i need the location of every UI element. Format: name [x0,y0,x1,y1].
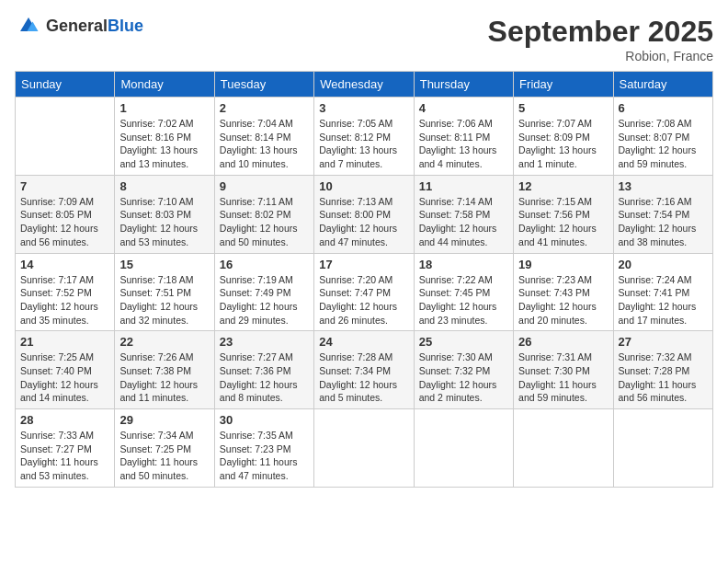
calendar-cell: 3Sunrise: 7:05 AM Sunset: 8:12 PM Daylig… [314,98,414,176]
day-number: 2 [220,101,309,115]
day-number: 12 [518,179,608,193]
month-title: September 2025 [488,15,713,49]
day-number: 16 [220,258,309,271]
day-header-saturday: Saturday [613,72,712,98]
calendar-cell: 8Sunrise: 7:10 AM Sunset: 8:03 PM Daylig… [115,175,214,253]
day-info: Sunrise: 7:20 AM Sunset: 7:47 PM Dayligh… [319,273,408,327]
day-info: Sunrise: 7:26 AM Sunset: 7:38 PM Dayligh… [119,350,209,405]
calendar-cell: 7Sunrise: 7:09 AM Sunset: 8:05 PM Daylig… [16,175,115,253]
calendar-cell: 14Sunrise: 7:17 AM Sunset: 7:52 PM Dayli… [16,253,115,331]
day-header-wednesday: Wednesday [314,72,414,98]
day-info: Sunrise: 7:17 AM Sunset: 7:52 PM Dayligh… [20,273,109,327]
day-number: 27 [619,335,708,349]
day-number: 17 [319,258,408,271]
day-info: Sunrise: 7:35 AM Sunset: 7:23 PM Dayligh… [220,429,309,483]
calendar-cell: 22Sunrise: 7:26 AM Sunset: 7:38 PM Dayli… [115,331,214,409]
calendar-cell: 10Sunrise: 7:13 AM Sunset: 8:00 PM Dayli… [314,175,414,253]
day-number: 13 [619,179,708,193]
calendar-cell: 16Sunrise: 7:19 AM Sunset: 7:49 PM Dayli… [214,253,313,331]
week-row-5: 28Sunrise: 7:33 AM Sunset: 7:27 PM Dayli… [16,409,713,488]
day-number: 22 [119,335,209,349]
day-number: 11 [419,179,508,193]
day-number: 15 [119,258,209,271]
day-number: 29 [119,413,209,427]
day-number: 5 [518,101,608,115]
day-info: Sunrise: 7:32 AM Sunset: 7:28 PM Dayligh… [619,350,708,405]
calendar-cell: 28Sunrise: 7:33 AM Sunset: 7:27 PM Dayli… [16,409,115,488]
calendar-cell: 15Sunrise: 7:18 AM Sunset: 7:51 PM Dayli… [115,253,214,331]
day-info: Sunrise: 7:05 AM Sunset: 8:12 PM Dayligh… [319,117,408,171]
week-row-3: 14Sunrise: 7:17 AM Sunset: 7:52 PM Dayli… [16,253,713,331]
logo-general: General [46,17,108,35]
calendar-cell: 1Sunrise: 7:02 AM Sunset: 8:16 PM Daylig… [115,98,214,176]
day-number: 14 [20,258,109,271]
calendar-cell: 21Sunrise: 7:25 AM Sunset: 7:40 PM Dayli… [16,331,115,409]
day-info: Sunrise: 7:02 AM Sunset: 8:16 PM Dayligh… [119,117,209,171]
day-info: Sunrise: 7:33 AM Sunset: 7:27 PM Dayligh… [20,429,109,483]
calendar-cell: 6Sunrise: 7:08 AM Sunset: 8:07 PM Daylig… [613,98,712,176]
calendar-cell: 26Sunrise: 7:31 AM Sunset: 7:30 PM Dayli… [514,331,613,409]
day-info: Sunrise: 7:08 AM Sunset: 8:07 PM Dayligh… [619,117,708,171]
day-number: 6 [619,101,708,115]
calendar-cell [16,98,115,176]
page-header: GeneralBlue September 2025 Robion, Franc… [15,15,713,63]
day-info: Sunrise: 7:19 AM Sunset: 7:49 PM Dayligh… [220,273,309,327]
calendar-cell: 23Sunrise: 7:27 AM Sunset: 7:36 PM Dayli… [214,331,313,409]
calendar-cell: 9Sunrise: 7:11 AM Sunset: 8:02 PM Daylig… [214,175,313,253]
day-info: Sunrise: 7:22 AM Sunset: 7:45 PM Dayligh… [419,273,508,327]
calendar-cell [414,409,513,488]
day-header-sunday: Sunday [16,72,115,98]
logo-text: GeneralBlue [46,17,143,36]
day-info: Sunrise: 7:10 AM Sunset: 8:03 PM Dayligh… [119,195,209,249]
day-info: Sunrise: 7:31 AM Sunset: 7:30 PM Dayligh… [518,350,608,405]
day-header-thursday: Thursday [414,72,513,98]
day-info: Sunrise: 7:09 AM Sunset: 8:05 PM Dayligh… [20,195,109,249]
week-row-4: 21Sunrise: 7:25 AM Sunset: 7:40 PM Dayli… [16,331,713,409]
day-info: Sunrise: 7:25 AM Sunset: 7:40 PM Dayligh… [20,350,109,405]
day-info: Sunrise: 7:16 AM Sunset: 7:54 PM Dayligh… [619,195,708,249]
calendar-cell: 19Sunrise: 7:23 AM Sunset: 7:43 PM Dayli… [514,253,613,331]
day-info: Sunrise: 7:34 AM Sunset: 7:25 PM Dayligh… [119,429,209,483]
day-number: 7 [20,179,109,193]
title-block: September 2025 Robion, France [488,15,713,63]
day-number: 20 [619,258,708,271]
calendar-cell: 20Sunrise: 7:24 AM Sunset: 7:41 PM Dayli… [613,253,712,331]
calendar-cell [314,409,414,488]
day-info: Sunrise: 7:07 AM Sunset: 8:09 PM Dayligh… [518,117,608,171]
day-info: Sunrise: 7:13 AM Sunset: 8:00 PM Dayligh… [319,195,408,249]
day-number: 9 [220,179,309,193]
day-info: Sunrise: 7:04 AM Sunset: 8:14 PM Dayligh… [220,117,309,171]
logo-icon [15,15,42,37]
logo: GeneralBlue [15,15,143,37]
calendar-cell: 30Sunrise: 7:35 AM Sunset: 7:23 PM Dayli… [214,409,313,488]
day-number: 8 [119,179,209,193]
calendar-cell: 18Sunrise: 7:22 AM Sunset: 7:45 PM Dayli… [414,253,513,331]
day-number: 18 [419,258,508,271]
week-row-2: 7Sunrise: 7:09 AM Sunset: 8:05 PM Daylig… [16,175,713,253]
day-number: 21 [20,335,109,349]
day-header-friday: Friday [514,72,613,98]
day-number: 26 [518,335,608,349]
location: Robion, France [488,49,713,63]
day-number: 19 [518,258,608,271]
day-info: Sunrise: 7:23 AM Sunset: 7:43 PM Dayligh… [518,273,608,327]
calendar-cell: 13Sunrise: 7:16 AM Sunset: 7:54 PM Dayli… [613,175,712,253]
day-number: 23 [220,335,309,349]
calendar-cell: 17Sunrise: 7:20 AM Sunset: 7:47 PM Dayli… [314,253,414,331]
day-info: Sunrise: 7:27 AM Sunset: 7:36 PM Dayligh… [220,350,309,405]
calendar-cell: 29Sunrise: 7:34 AM Sunset: 7:25 PM Dayli… [115,409,214,488]
day-info: Sunrise: 7:15 AM Sunset: 7:56 PM Dayligh… [518,195,608,249]
day-header-tuesday: Tuesday [214,72,313,98]
logo-blue: Blue [108,17,143,35]
day-number: 25 [419,335,508,349]
day-info: Sunrise: 7:06 AM Sunset: 8:11 PM Dayligh… [419,117,508,171]
day-number: 10 [319,179,408,193]
calendar-cell: 5Sunrise: 7:07 AM Sunset: 8:09 PM Daylig… [514,98,613,176]
day-number: 3 [319,101,408,115]
week-row-1: 1Sunrise: 7:02 AM Sunset: 8:16 PM Daylig… [16,98,713,176]
calendar-cell: 25Sunrise: 7:30 AM Sunset: 7:32 PM Dayli… [414,331,513,409]
day-info: Sunrise: 7:24 AM Sunset: 7:41 PM Dayligh… [619,273,708,327]
calendar-cell: 2Sunrise: 7:04 AM Sunset: 8:14 PM Daylig… [214,98,313,176]
day-info: Sunrise: 7:18 AM Sunset: 7:51 PM Dayligh… [119,273,209,327]
calendar-cell: 4Sunrise: 7:06 AM Sunset: 8:11 PM Daylig… [414,98,513,176]
